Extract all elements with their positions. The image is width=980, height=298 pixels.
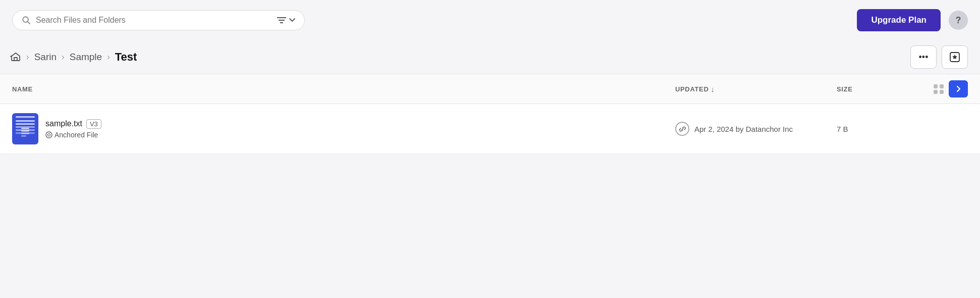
table-header: NAME UPDATED ↓ SIZE [0,74,980,104]
col-name-header: NAME [12,80,675,97]
file-details: sample.txt V3 Anchored File [45,119,101,139]
breadcrumb-sep-1: › [26,52,29,62]
svg-line-1 [28,22,30,24]
size-cell: 7 B [837,125,928,133]
breadcrumb-current: Test [115,51,137,64]
file-icon [12,113,38,144]
breadcrumb-sarin[interactable]: Sarin [34,52,57,63]
link-icon [675,122,689,136]
updated-text: Apr 2, 2024 by Datanchor Inc [694,125,793,133]
search-box [12,10,305,30]
upgrade-plan-button[interactable]: Upgrade Plan [857,9,941,31]
breadcrumb-sample[interactable]: Sample [70,52,102,63]
breadcrumb-actions: ••• [910,45,968,69]
file-name-row: sample.txt V3 [45,119,101,129]
starred-view-button[interactable] [942,45,968,69]
col-size-header: SIZE [837,80,928,97]
breadcrumb-sep-3: › [107,52,110,62]
more-options-button[interactable]: ••• [910,45,937,69]
breadcrumb-home-icon[interactable] [10,53,21,62]
top-bar: Upgrade Plan ? [0,0,980,40]
col-updated-header[interactable]: UPDATED ↓ [675,80,837,97]
file-name: sample.txt [45,119,82,128]
svg-rect-10 [21,135,26,137]
breadcrumb-bar: › Sarin › Sample › Test ••• [0,40,980,74]
breadcrumb-sep-2: › [62,52,65,62]
svg-point-0 [23,17,28,22]
expand-button[interactable] [949,80,968,97]
svg-rect-8 [21,130,29,132]
anchored-label: Anchored File [45,131,101,139]
breadcrumb: › Sarin › Sample › Test [10,51,137,64]
updated-cell: Apr 2, 2024 by Datanchor Inc [675,122,837,136]
file-cell: sample.txt V3 Anchored File [12,113,675,144]
svg-point-12 [48,133,50,136]
version-badge: V3 [86,119,101,129]
search-input[interactable] [36,16,268,25]
search-icon [22,16,31,25]
svg-point-11 [46,132,52,138]
svg-rect-7 [21,128,29,129]
help-button[interactable]: ? [949,11,968,30]
file-table: NAME UPDATED ↓ SIZE [0,74,980,154]
col-grid-header [928,80,968,97]
grid-view-icon[interactable] [934,84,944,94]
svg-rect-9 [21,133,29,134]
filter-button[interactable] [276,16,295,25]
table-row[interactable]: sample.txt V3 Anchored File [0,104,980,154]
